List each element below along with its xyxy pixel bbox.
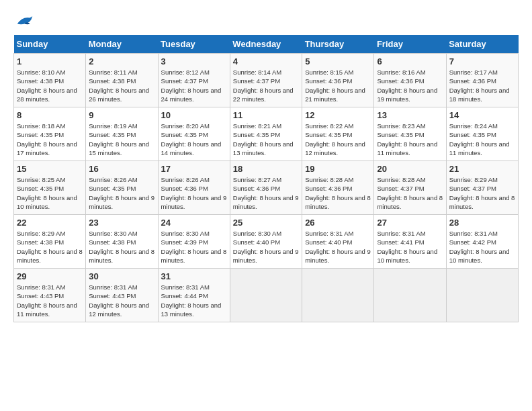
cell-info: Sunrise: 8:17 AMSunset: 4:36 PMDaylight:…: [449, 68, 515, 103]
cell-info: Sunrise: 8:26 AMSunset: 4:35 PMDaylight:…: [89, 175, 154, 211]
cell-info: Sunrise: 8:20 AMSunset: 4:35 PMDaylight:…: [161, 122, 227, 157]
calendar-cell: [302, 269, 374, 322]
calendar-cell: 31Sunrise: 8:31 AMSunset: 4:44 PMDayligh…: [158, 269, 230, 322]
calendar-cell: 14Sunrise: 8:24 AMSunset: 4:35 PMDayligh…: [446, 107, 518, 161]
week-row-5: 29Sunrise: 8:31 AMSunset: 4:43 PMDayligh…: [14, 269, 519, 322]
cell-info: Sunrise: 8:31 AMSunset: 4:43 PMDaylight:…: [17, 283, 83, 318]
calendar-cell: [230, 269, 302, 322]
cell-info: Sunrise: 8:29 AMSunset: 4:37 PMDaylight:…: [449, 175, 515, 211]
cell-info: Sunrise: 8:21 AMSunset: 4:35 PMDaylight:…: [233, 122, 299, 157]
page-header: [13, 13, 519, 28]
calendar-cell: 17Sunrise: 8:26 AMSunset: 4:36 PMDayligh…: [158, 161, 230, 215]
day-number: 28: [449, 218, 515, 228]
calendar-cell: 30Sunrise: 8:31 AMSunset: 4:43 PMDayligh…: [86, 269, 158, 322]
day-number: 18: [233, 164, 299, 174]
calendar-cell: 13Sunrise: 8:23 AMSunset: 4:35 PMDayligh…: [374, 107, 446, 161]
cell-info: Sunrise: 8:31 AMSunset: 4:40 PMDaylight:…: [305, 229, 371, 265]
day-number: 30: [89, 271, 154, 281]
calendar-cell: 8Sunrise: 8:18 AMSunset: 4:35 PMDaylight…: [14, 107, 86, 161]
cell-info: Sunrise: 8:25 AMSunset: 4:35 PMDaylight:…: [17, 175, 83, 211]
calendar-cell: 12Sunrise: 8:22 AMSunset: 4:35 PMDayligh…: [302, 107, 374, 161]
week-row-4: 22Sunrise: 8:29 AMSunset: 4:38 PMDayligh…: [14, 215, 519, 269]
calendar-cell: 10Sunrise: 8:20 AMSunset: 4:35 PMDayligh…: [158, 107, 230, 161]
day-number: 23: [89, 218, 154, 228]
calendar-cell: 23Sunrise: 8:30 AMSunset: 4:38 PMDayligh…: [86, 215, 158, 269]
calendar-cell: [446, 269, 518, 322]
calendar-cell: 5Sunrise: 8:15 AMSunset: 4:36 PMDaylight…: [302, 54, 374, 107]
calendar-cell: 18Sunrise: 8:27 AMSunset: 4:36 PMDayligh…: [230, 161, 302, 215]
calendar-cell: 29Sunrise: 8:31 AMSunset: 4:43 PMDayligh…: [14, 269, 86, 322]
calendar-cell: 22Sunrise: 8:29 AMSunset: 4:38 PMDayligh…: [14, 215, 86, 269]
cell-info: Sunrise: 8:29 AMSunset: 4:38 PMDaylight:…: [17, 229, 83, 265]
calendar-cell: 25Sunrise: 8:30 AMSunset: 4:40 PMDayligh…: [230, 215, 302, 269]
cell-info: Sunrise: 8:27 AMSunset: 4:36 PMDaylight:…: [233, 175, 299, 211]
calendar-cell: 19Sunrise: 8:28 AMSunset: 4:36 PMDayligh…: [302, 161, 374, 215]
calendar-cell: 11Sunrise: 8:21 AMSunset: 4:35 PMDayligh…: [230, 107, 302, 161]
day-header-tuesday: Tuesday: [158, 35, 230, 54]
day-number: 10: [161, 110, 227, 120]
cell-info: Sunrise: 8:30 AMSunset: 4:40 PMDaylight:…: [233, 229, 299, 265]
calendar-cell: [374, 269, 446, 322]
day-number: 29: [17, 271, 83, 281]
cell-info: Sunrise: 8:16 AMSunset: 4:36 PMDaylight:…: [377, 68, 443, 103]
day-number: 2: [89, 56, 154, 66]
calendar-cell: 9Sunrise: 8:19 AMSunset: 4:35 PMDaylight…: [86, 107, 158, 161]
cell-info: Sunrise: 8:24 AMSunset: 4:35 PMDaylight:…: [449, 122, 515, 157]
day-number: 4: [233, 56, 299, 66]
cell-info: Sunrise: 8:31 AMSunset: 4:44 PMDaylight:…: [161, 283, 227, 318]
day-number: 8: [17, 110, 83, 120]
day-number: 15: [17, 164, 83, 174]
cell-info: Sunrise: 8:30 AMSunset: 4:38 PMDaylight:…: [89, 229, 154, 265]
day-number: 6: [377, 56, 443, 66]
calendar-cell: 20Sunrise: 8:28 AMSunset: 4:37 PMDayligh…: [374, 161, 446, 215]
cell-info: Sunrise: 8:19 AMSunset: 4:35 PMDaylight:…: [89, 122, 154, 157]
day-number: 16: [89, 164, 154, 174]
day-number: 26: [305, 218, 371, 228]
calendar-cell: 4Sunrise: 8:14 AMSunset: 4:37 PMDaylight…: [230, 54, 302, 107]
calendar-cell: 26Sunrise: 8:31 AMSunset: 4:40 PMDayligh…: [302, 215, 374, 269]
day-header-sunday: Sunday: [14, 35, 86, 54]
day-header-saturday: Saturday: [446, 35, 518, 54]
calendar-cell: 6Sunrise: 8:16 AMSunset: 4:36 PMDaylight…: [374, 54, 446, 107]
calendar-cell: 2Sunrise: 8:11 AMSunset: 4:38 PMDaylight…: [86, 54, 158, 107]
day-number: 25: [233, 218, 299, 228]
cell-info: Sunrise: 8:10 AMSunset: 4:38 PMDaylight:…: [17, 68, 83, 103]
calendar-cell: 15Sunrise: 8:25 AMSunset: 4:35 PMDayligh…: [14, 161, 86, 215]
cell-info: Sunrise: 8:23 AMSunset: 4:35 PMDaylight:…: [377, 122, 443, 157]
cell-info: Sunrise: 8:18 AMSunset: 4:35 PMDaylight:…: [17, 122, 83, 157]
header-row: SundayMondayTuesdayWednesdayThursdayFrid…: [14, 35, 519, 54]
day-number: 7: [449, 56, 515, 66]
cell-info: Sunrise: 8:15 AMSunset: 4:36 PMDaylight:…: [305, 68, 371, 103]
day-number: 27: [377, 218, 443, 228]
cell-info: Sunrise: 8:22 AMSunset: 4:35 PMDaylight:…: [305, 122, 371, 157]
day-number: 24: [161, 218, 227, 228]
day-number: 12: [305, 110, 371, 120]
day-number: 5: [305, 56, 371, 66]
cell-info: Sunrise: 8:31 AMSunset: 4:42 PMDaylight:…: [449, 229, 515, 265]
cell-info: Sunrise: 8:28 AMSunset: 4:36 PMDaylight:…: [305, 175, 371, 211]
day-number: 1: [17, 56, 83, 66]
day-header-wednesday: Wednesday: [230, 35, 302, 54]
calendar-cell: 7Sunrise: 8:17 AMSunset: 4:36 PMDaylight…: [446, 54, 518, 107]
day-header-thursday: Thursday: [302, 35, 374, 54]
day-number: 22: [17, 218, 83, 228]
calendar-table: SundayMondayTuesdayWednesdayThursdayFrid…: [13, 35, 519, 322]
day-number: 14: [449, 110, 515, 120]
logo-bird-icon: [15, 13, 35, 28]
day-number: 21: [449, 164, 515, 174]
day-number: 11: [233, 110, 299, 120]
day-number: 17: [161, 164, 227, 174]
cell-info: Sunrise: 8:26 AMSunset: 4:36 PMDaylight:…: [161, 175, 227, 211]
cell-info: Sunrise: 8:14 AMSunset: 4:37 PMDaylight:…: [233, 68, 299, 103]
cell-info: Sunrise: 8:12 AMSunset: 4:37 PMDaylight:…: [161, 68, 227, 103]
calendar-cell: 28Sunrise: 8:31 AMSunset: 4:42 PMDayligh…: [446, 215, 518, 269]
day-header-monday: Monday: [86, 35, 158, 54]
day-header-friday: Friday: [374, 35, 446, 54]
day-number: 13: [377, 110, 443, 120]
week-row-2: 8Sunrise: 8:18 AMSunset: 4:35 PMDaylight…: [14, 107, 519, 161]
calendar-cell: 27Sunrise: 8:31 AMSunset: 4:41 PMDayligh…: [374, 215, 446, 269]
calendar-cell: 16Sunrise: 8:26 AMSunset: 4:35 PMDayligh…: [86, 161, 158, 215]
cell-info: Sunrise: 8:31 AMSunset: 4:41 PMDaylight:…: [377, 229, 443, 265]
cell-info: Sunrise: 8:30 AMSunset: 4:39 PMDaylight:…: [161, 229, 227, 265]
day-number: 3: [161, 56, 227, 66]
